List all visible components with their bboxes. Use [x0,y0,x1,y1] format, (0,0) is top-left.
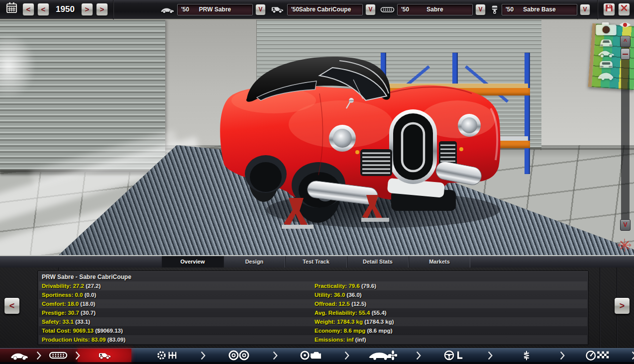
garage-3d-viewport[interactable]: ^ V [0,20,634,255]
move-gizmo-icon[interactable] [617,238,632,255]
year-display: 1950 [52,4,78,14]
toolbar-item-engine[interactable] [275,349,347,362]
stats-panel: < > PRW Sabre - Sabre CabriCoupe Drivabi… [0,268,634,348]
tab-design[interactable]: Design [223,256,285,268]
scrollbar-down-button[interactable]: V [620,219,631,231]
stat-paren-value: (55.4) [372,310,387,316]
selector-field-2[interactable]: '50Sabre CabriCoupe [287,4,363,15]
photo-camera-icon[interactable] [595,21,617,36]
stat-row: Prestige: 30.7 (30.7) [42,308,308,317]
car-rear-view-icon[interactable] [595,59,617,69]
toolbar-item-gearbox[interactable] [131,349,203,362]
selector-dropdown-button-4[interactable]: V [580,4,590,15]
stat-row: Total Cost: 9069.13 ($9069.13) [42,326,308,335]
engine-variant-icon [490,5,499,14]
selector-field-1[interactable]: '50PRW Sabre [177,4,253,15]
scrollbar-up-button[interactable]: ^ [620,36,631,47]
visibility-eye-icon[interactable] [618,21,632,30]
car-3d-model[interactable] [214,50,503,231]
suspension-icon [522,350,531,361]
next-trim-button[interactable]: > [614,297,630,314]
toolbar-item-suspension[interactable] [490,349,562,362]
selector-dropdown-button-2[interactable]: V [365,4,376,15]
selector-field-4[interactable]: '50Sabre Base [502,4,577,15]
overview-stats-box: PRW Sabre - Sabre CabriCoupe Drivability… [37,271,589,345]
scrollbar-thumb[interactable] [621,48,630,60]
car-model-icon [160,6,175,13]
toolbar-item-interior[interactable] [419,349,490,362]
tab-markets[interactable]: Markets [409,256,470,268]
year-nav-prev-group: << [22,3,49,16]
stat-row: Safety: 33.1 (33.1) [42,317,308,326]
stat-label-value: Weight: 1784.3 kg [315,319,364,325]
toolbar-item-car-trim[interactable] [78,349,131,362]
panel-seam [600,268,601,348]
year-nav-next-group: >> [81,3,108,16]
tab-test-track[interactable]: Test Track [285,256,347,268]
save-button[interactable] [603,3,615,16]
gearbox-icon [157,350,178,361]
tab-detail-stats[interactable]: Detail Stats [347,256,409,268]
stat-label-value: Production Units: 83.09 [42,337,107,343]
stat-paren-value: (79.6) [361,283,376,289]
tabs: OverviewDesignTest TrackDetail StatsMark… [162,256,470,268]
car-perspective-view-icon[interactable] [595,71,617,81]
stat-row: Weight: 1784.3 kg (1784.3 kg) [315,317,585,326]
topbar-divider-2 [597,0,598,19]
calendar-button[interactable] [4,2,19,17]
selection-name: PRW Sabre [178,4,252,15]
save-icon [605,3,614,16]
selector-dropdown-button-1[interactable]: V [255,4,266,15]
stat-label-value: Comfort: 18.0 [42,301,80,307]
vehicle-selectors: '50PRW SabreV'50Sabre CabriCoupeV'50Sabr… [156,4,590,15]
aero-icon [368,350,397,361]
designer-toolbar [0,348,634,362]
scrollbar-track[interactable] [621,47,630,231]
top-bar: << 1950 >> '50PRW SabreV'50Sabre CabriCo… [0,0,634,20]
stat-paren-value: (83.09) [107,337,125,343]
selection-name: Sabre Base [502,4,577,15]
car-side-view-icon[interactable] [595,49,617,58]
stat-paren-value: (33.1) [75,319,90,325]
stat-label-value: Prestige: 30.7 [42,310,81,316]
year-prev-button-2[interactable]: < [37,3,49,16]
selection-name: Sabre CabriCoupe [288,4,362,15]
selector-field-3[interactable]: '50Sabre [397,4,473,15]
stat-label-value: Sportiness: 0.0 [42,292,85,298]
stat-label-value: Emissions: inf [315,337,355,343]
engine-family-icon [380,6,395,13]
automation-game-window: << 1950 >> '50PRW SabreV'50Sabre CabriCo… [0,0,634,364]
tab-bar: OverviewDesignTest TrackDetail StatsMark… [0,255,634,268]
stat-row: Avg. Reliability: 55.4 (55.4) [315,308,585,317]
chevron-separator-icon [344,351,349,360]
stat-label-value: Practicality: 79.6 [315,283,361,289]
year-next-button-2[interactable]: > [96,3,108,16]
stat-label-value: Avg. Reliability: 55.4 [315,310,372,316]
close-button[interactable] [618,3,630,16]
stat-paren-value: (18.0) [80,301,95,307]
car-front-view-icon[interactable] [595,37,617,47]
toolbar-item-race[interactable] [562,349,634,362]
stat-paren-value: (27.2) [86,283,101,289]
toolbar-item-chassis[interactable] [39,349,78,362]
car-trim-icon [270,5,285,13]
stat-row: Economy: 8.6 mpg (8.6 mpg) [315,326,585,335]
tab-overview[interactable]: Overview [162,256,223,268]
toolbar-item-aero[interactable] [347,349,419,362]
toolbar-item-car-body[interactable] [0,349,39,362]
toolbar-item-wheels[interactable] [203,349,275,362]
prev-trim-button[interactable]: < [4,297,20,314]
race-icon [586,350,611,362]
year-next-button-1[interactable]: > [81,3,93,16]
selector-dropdown-button-3[interactable]: V [475,4,486,15]
chevron-separator-icon [75,351,80,360]
car-body-icon [10,351,29,360]
stat-paren-value: (12.5) [351,301,366,307]
stat-row: Emissions: inf (inf) [315,335,585,344]
year-prev-button-1[interactable]: < [22,3,34,16]
rack-post [525,53,530,174]
chevron-separator-icon [201,351,206,360]
chevron-separator-icon [560,351,565,360]
chevron-separator-icon [416,351,421,360]
selection-name: Sabre [398,4,472,15]
